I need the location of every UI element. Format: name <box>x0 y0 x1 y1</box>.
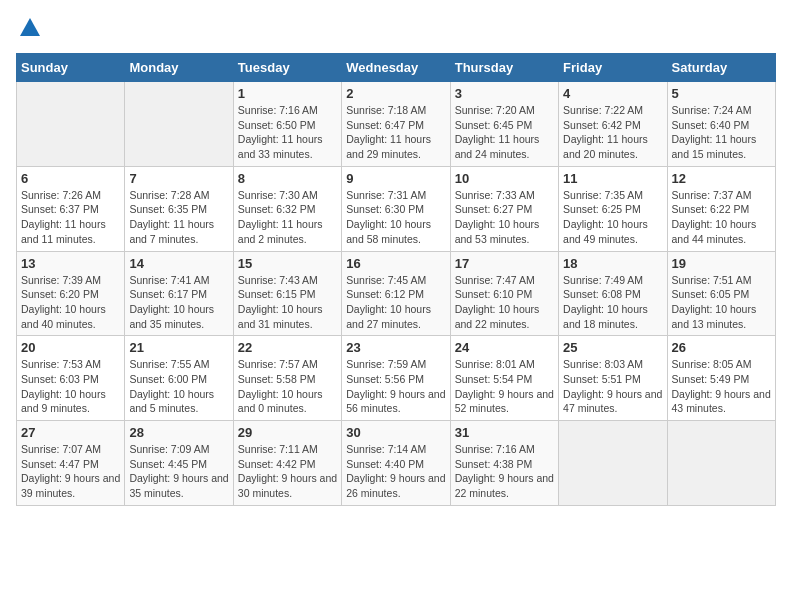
day-number: 21 <box>129 340 228 355</box>
day-info: Sunrise: 7:33 AMSunset: 6:27 PMDaylight:… <box>455 188 554 247</box>
day-number: 5 <box>672 86 771 101</box>
day-number: 30 <box>346 425 445 440</box>
day-number: 2 <box>346 86 445 101</box>
day-info: Sunrise: 7:37 AMSunset: 6:22 PMDaylight:… <box>672 188 771 247</box>
calendar-table: SundayMondayTuesdayWednesdayThursdayFrid… <box>16 53 776 506</box>
calendar-cell: 18Sunrise: 7:49 AMSunset: 6:08 PMDayligh… <box>559 251 667 336</box>
calendar-week-row: 6Sunrise: 7:26 AMSunset: 6:37 PMDaylight… <box>17 166 776 251</box>
day-number: 6 <box>21 171 120 186</box>
calendar-cell: 5Sunrise: 7:24 AMSunset: 6:40 PMDaylight… <box>667 82 775 167</box>
day-number: 1 <box>238 86 337 101</box>
day-info: Sunrise: 7:09 AMSunset: 4:45 PMDaylight:… <box>129 442 228 501</box>
page-header <box>16 16 776 45</box>
day-info: Sunrise: 7:55 AMSunset: 6:00 PMDaylight:… <box>129 357 228 416</box>
day-number: 4 <box>563 86 662 101</box>
calendar-cell <box>17 82 125 167</box>
day-number: 7 <box>129 171 228 186</box>
day-number: 15 <box>238 256 337 271</box>
logo <box>16 16 42 45</box>
day-number: 23 <box>346 340 445 355</box>
calendar-week-row: 1Sunrise: 7:16 AMSunset: 6:50 PMDaylight… <box>17 82 776 167</box>
column-header-wednesday: Wednesday <box>342 54 450 82</box>
header-row: SundayMondayTuesdayWednesdayThursdayFrid… <box>17 54 776 82</box>
day-number: 11 <box>563 171 662 186</box>
calendar-week-row: 20Sunrise: 7:53 AMSunset: 6:03 PMDayligh… <box>17 336 776 421</box>
column-header-sunday: Sunday <box>17 54 125 82</box>
logo-icon <box>18 16 42 40</box>
day-info: Sunrise: 7:20 AMSunset: 6:45 PMDaylight:… <box>455 103 554 162</box>
calendar-cell: 16Sunrise: 7:45 AMSunset: 6:12 PMDayligh… <box>342 251 450 336</box>
calendar-cell: 30Sunrise: 7:14 AMSunset: 4:40 PMDayligh… <box>342 421 450 506</box>
column-header-saturday: Saturday <box>667 54 775 82</box>
calendar-cell: 1Sunrise: 7:16 AMSunset: 6:50 PMDaylight… <box>233 82 341 167</box>
day-number: 22 <box>238 340 337 355</box>
calendar-cell: 27Sunrise: 7:07 AMSunset: 4:47 PMDayligh… <box>17 421 125 506</box>
calendar-cell: 15Sunrise: 7:43 AMSunset: 6:15 PMDayligh… <box>233 251 341 336</box>
column-header-thursday: Thursday <box>450 54 558 82</box>
calendar-week-row: 13Sunrise: 7:39 AMSunset: 6:20 PMDayligh… <box>17 251 776 336</box>
day-info: Sunrise: 7:16 AMSunset: 6:50 PMDaylight:… <box>238 103 337 162</box>
day-info: Sunrise: 7:51 AMSunset: 6:05 PMDaylight:… <box>672 273 771 332</box>
calendar-cell: 28Sunrise: 7:09 AMSunset: 4:45 PMDayligh… <box>125 421 233 506</box>
day-info: Sunrise: 7:31 AMSunset: 6:30 PMDaylight:… <box>346 188 445 247</box>
calendar-cell: 19Sunrise: 7:51 AMSunset: 6:05 PMDayligh… <box>667 251 775 336</box>
calendar-cell: 2Sunrise: 7:18 AMSunset: 6:47 PMDaylight… <box>342 82 450 167</box>
calendar-cell: 20Sunrise: 7:53 AMSunset: 6:03 PMDayligh… <box>17 336 125 421</box>
day-info: Sunrise: 7:11 AMSunset: 4:42 PMDaylight:… <box>238 442 337 501</box>
calendar-cell <box>667 421 775 506</box>
column-header-friday: Friday <box>559 54 667 82</box>
day-info: Sunrise: 7:35 AMSunset: 6:25 PMDaylight:… <box>563 188 662 247</box>
calendar-cell: 26Sunrise: 8:05 AMSunset: 5:49 PMDayligh… <box>667 336 775 421</box>
day-info: Sunrise: 7:59 AMSunset: 5:56 PMDaylight:… <box>346 357 445 416</box>
day-info: Sunrise: 7:26 AMSunset: 6:37 PMDaylight:… <box>21 188 120 247</box>
day-info: Sunrise: 7:43 AMSunset: 6:15 PMDaylight:… <box>238 273 337 332</box>
day-info: Sunrise: 8:01 AMSunset: 5:54 PMDaylight:… <box>455 357 554 416</box>
day-info: Sunrise: 7:49 AMSunset: 6:08 PMDaylight:… <box>563 273 662 332</box>
day-info: Sunrise: 7:28 AMSunset: 6:35 PMDaylight:… <box>129 188 228 247</box>
day-info: Sunrise: 8:05 AMSunset: 5:49 PMDaylight:… <box>672 357 771 416</box>
calendar-cell: 31Sunrise: 7:16 AMSunset: 4:38 PMDayligh… <box>450 421 558 506</box>
day-info: Sunrise: 7:24 AMSunset: 6:40 PMDaylight:… <box>672 103 771 162</box>
svg-marker-0 <box>20 18 40 36</box>
day-info: Sunrise: 7:57 AMSunset: 5:58 PMDaylight:… <box>238 357 337 416</box>
calendar-cell: 12Sunrise: 7:37 AMSunset: 6:22 PMDayligh… <box>667 166 775 251</box>
day-number: 3 <box>455 86 554 101</box>
calendar-cell: 10Sunrise: 7:33 AMSunset: 6:27 PMDayligh… <box>450 166 558 251</box>
calendar-cell: 22Sunrise: 7:57 AMSunset: 5:58 PMDayligh… <box>233 336 341 421</box>
calendar-cell: 29Sunrise: 7:11 AMSunset: 4:42 PMDayligh… <box>233 421 341 506</box>
day-number: 14 <box>129 256 228 271</box>
calendar-cell <box>559 421 667 506</box>
day-number: 13 <box>21 256 120 271</box>
day-info: Sunrise: 7:30 AMSunset: 6:32 PMDaylight:… <box>238 188 337 247</box>
calendar-cell: 23Sunrise: 7:59 AMSunset: 5:56 PMDayligh… <box>342 336 450 421</box>
day-number: 19 <box>672 256 771 271</box>
calendar-week-row: 27Sunrise: 7:07 AMSunset: 4:47 PMDayligh… <box>17 421 776 506</box>
calendar-cell: 4Sunrise: 7:22 AMSunset: 6:42 PMDaylight… <box>559 82 667 167</box>
day-number: 31 <box>455 425 554 440</box>
day-info: Sunrise: 7:18 AMSunset: 6:47 PMDaylight:… <box>346 103 445 162</box>
day-number: 29 <box>238 425 337 440</box>
day-number: 17 <box>455 256 554 271</box>
day-info: Sunrise: 7:47 AMSunset: 6:10 PMDaylight:… <box>455 273 554 332</box>
calendar-cell: 6Sunrise: 7:26 AMSunset: 6:37 PMDaylight… <box>17 166 125 251</box>
day-info: Sunrise: 7:07 AMSunset: 4:47 PMDaylight:… <box>21 442 120 501</box>
day-number: 8 <box>238 171 337 186</box>
day-number: 12 <box>672 171 771 186</box>
calendar-cell: 8Sunrise: 7:30 AMSunset: 6:32 PMDaylight… <box>233 166 341 251</box>
calendar-cell: 7Sunrise: 7:28 AMSunset: 6:35 PMDaylight… <box>125 166 233 251</box>
day-info: Sunrise: 8:03 AMSunset: 5:51 PMDaylight:… <box>563 357 662 416</box>
day-number: 9 <box>346 171 445 186</box>
day-number: 18 <box>563 256 662 271</box>
calendar-cell: 9Sunrise: 7:31 AMSunset: 6:30 PMDaylight… <box>342 166 450 251</box>
day-info: Sunrise: 7:53 AMSunset: 6:03 PMDaylight:… <box>21 357 120 416</box>
day-info: Sunrise: 7:14 AMSunset: 4:40 PMDaylight:… <box>346 442 445 501</box>
day-info: Sunrise: 7:41 AMSunset: 6:17 PMDaylight:… <box>129 273 228 332</box>
day-number: 24 <box>455 340 554 355</box>
calendar-cell: 13Sunrise: 7:39 AMSunset: 6:20 PMDayligh… <box>17 251 125 336</box>
calendar-cell: 11Sunrise: 7:35 AMSunset: 6:25 PMDayligh… <box>559 166 667 251</box>
calendar-cell: 17Sunrise: 7:47 AMSunset: 6:10 PMDayligh… <box>450 251 558 336</box>
day-number: 20 <box>21 340 120 355</box>
calendar-cell <box>125 82 233 167</box>
column-header-tuesday: Tuesday <box>233 54 341 82</box>
day-number: 16 <box>346 256 445 271</box>
